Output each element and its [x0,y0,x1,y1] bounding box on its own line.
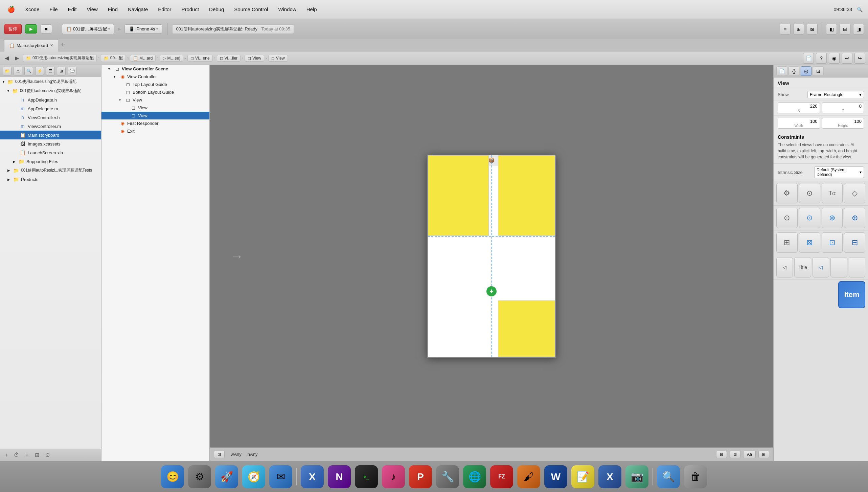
menu-xcode[interactable]: Xcode [23,5,42,14]
menu-find[interactable]: Find [106,5,120,14]
intrinsic-dropdown[interactable]: Default (System Defined) ▾ [814,166,864,178]
palette-item-nodes[interactable]: ⊛ [822,208,843,228]
outline-view-1[interactable]: ◻ View [101,104,209,112]
palette-item-link[interactable]: ⊟ [844,232,865,253]
canvas-btn-2[interactable]: ⊠ [730,451,740,458]
canvas-btn-3[interactable]: Aa [743,451,756,458]
group-button[interactable]: ⊞ [33,451,41,459]
related-items-button[interactable]: ◉ [829,53,840,64]
navigator-toggle[interactable]: ◧ [826,24,837,35]
sidebar-item-products[interactable]: ▶ 📁 Products [0,175,101,184]
editor-layout-button[interactable]: ≡ [780,24,791,35]
dock-icon-terminal[interactable]: >_ [355,465,378,488]
menu-product[interactable]: Product [179,5,201,14]
inspector-tab-file[interactable]: 📄 [776,66,787,76]
palette-item-settings[interactable]: ⚙ [776,183,798,203]
palette-item-chain[interactable]: ⊡ [822,232,843,253]
dock-icon-trash[interactable]: 🗑 [684,465,707,488]
disc-view-root[interactable]: ▾ [119,98,123,102]
palette-item-circle-blue[interactable]: ⊙ [799,208,820,228]
palette-item-adjust[interactable]: ⊞ [776,232,798,253]
view-yellow-top-left[interactable] [428,155,489,236]
add-constraint-button[interactable]: + [486,286,497,296]
navigator-icon-7[interactable]: 💬 [68,67,76,75]
dock-icon-brush[interactable]: 🖌 [517,465,540,488]
inspector-tab-quick[interactable]: {} [789,66,799,76]
palette-item-diamond[interactable]: ◇ [844,183,865,203]
sidebar-item-launchscreen[interactable]: 📋 LaunchScreen.xib [0,148,101,157]
menu-debug[interactable]: Debug [207,5,226,14]
view-yellow-bottom-right[interactable] [498,300,555,357]
menu-file[interactable]: File [48,5,60,14]
sidebar-item-main-storyboard[interactable]: 📋 Main.storyboard [0,131,101,139]
dock-icon-filezilla[interactable]: FZ [490,465,513,488]
breadcrumb-item-7[interactable]: ◻ View [268,55,288,62]
breadcrumb-item-6[interactable]: ◻ View [245,55,264,62]
item-badge[interactable]: Item [838,281,865,308]
palette-title-button[interactable]: Title [794,257,811,277]
height-field[interactable]: 100 Height [822,118,864,129]
menu-source-control[interactable]: Source Control [232,5,270,14]
navigator-icon-5[interactable]: ☰ [46,67,55,75]
sidebar-item-project[interactable]: ▾ 📁 001使用autoresizing实现屏幕适配 [0,77,101,86]
width-field[interactable]: 100 Width [778,118,820,129]
device-selector[interactable]: 📱 iPhone 4s ▾ [124,24,163,33]
breadcrumb-item-1[interactable]: 📁 00…配 [101,54,126,62]
canvas-btn-4[interactable]: ⊞ [758,451,769,458]
dock-icon-powerpoint[interactable]: P [409,465,432,488]
palette-item-sliders[interactable]: ⊠ [799,232,820,253]
canvas-scroll-area[interactable]: → 🎨 📦 📷 + [210,65,773,447]
sidebar-item-appdelegate-m[interactable]: m AppDelegate.m [0,104,101,113]
breadcrumb-item-4[interactable]: ◻ Vi…ene [187,55,212,62]
outline-exit[interactable]: ◉ Exit [101,127,209,135]
forward-nav-button[interactable]: ↩ [842,53,852,64]
sidebar-item-appdelegate-h[interactable]: h AppDelegate.h [0,95,101,104]
navigator-icon-6[interactable]: ⊞ [57,67,66,75]
dock-icon-settings[interactable]: ⚙ [188,465,211,488]
navigator-icon-4[interactable]: ⚡ [35,67,44,75]
apple-menu[interactable]: 🍎 [5,4,17,15]
menu-edit[interactable]: Edit [66,5,79,14]
dock-icon-xcode2[interactable]: X [598,465,621,488]
menu-view[interactable]: View [85,5,100,14]
disclosure-project[interactable]: ▾ [3,80,4,84]
disclosure-supporting[interactable]: ▶ [13,160,16,163]
inspector-toggle[interactable]: ◨ [853,24,864,35]
sidebar-item-viewcontroller-h[interactable]: h ViewController.h [0,113,101,122]
palette-item-text[interactable]: Tα [822,183,843,203]
version-editor-button[interactable]: ⊠ [807,24,818,35]
breadcrumb-item-3[interactable]: ▷ M…se) [160,55,183,62]
disclosure-tests[interactable]: ▶ [7,169,10,172]
breadcrumb-item-2[interactable]: 📋 M…ard [130,55,156,62]
dock-icon-mail[interactable]: ✉ [269,465,292,488]
dock-icon-xcode[interactable]: X [301,465,324,488]
sidebar-item-images[interactable]: 🖼 Images.xcassets [0,139,101,148]
dock-icon-img1[interactable]: 📷 [625,465,648,488]
outline-view-2[interactable]: ◻ View [101,112,209,119]
dock-icon-misc2[interactable]: 🌐 [463,465,486,488]
sidebar-item-supporting-files[interactable]: ▶ 📁 Supporting Files [0,157,101,166]
disc-vc[interactable]: ▾ [114,75,118,79]
search-icon[interactable]: 🔍 [857,7,863,12]
canvas-btn-1[interactable]: ⊟ [716,451,727,458]
palette-item-compass[interactable]: ⊙ [776,208,798,228]
palette-back-button[interactable]: ◁ [776,257,793,277]
menu-editor[interactable]: Editor [156,5,173,14]
breadcrumb-item-5[interactable]: ◻ Vi…ller [217,55,241,62]
view-yellow-top-right[interactable] [498,155,555,236]
dock-icon-word[interactable]: W [544,465,567,488]
palette-back-blue[interactable]: ◁ [813,257,829,277]
assistant-editor-button[interactable]: ⊞ [793,24,804,35]
new-file-button[interactable]: 📄 [803,53,814,64]
debug-area-toggle[interactable]: ⊟ [840,24,850,35]
x-field[interactable]: 220 X [778,103,820,113]
disclosure-products[interactable]: ▶ [7,178,10,181]
outline-top-layout[interactable]: ◻ Top Layout Guide [101,81,209,88]
dock-icon-music[interactable]: ♪ [382,465,405,488]
inspector-tab-size[interactable]: ⊡ [813,66,824,76]
dock-icon-onenote[interactable]: N [328,465,351,488]
dock-icon-finder[interactable]: 😊 [161,465,184,488]
dock-icon-launchpad[interactable]: 🚀 [215,465,238,488]
outline-viewcontroller[interactable]: ▾ ◉ View Controller [101,73,209,81]
filter-button[interactable]: ≡ [23,451,30,459]
